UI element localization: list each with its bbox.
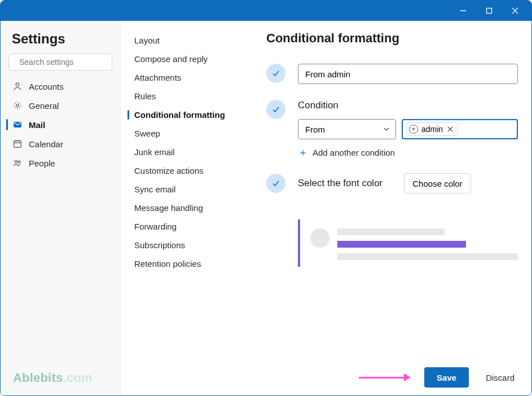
plus-icon: ＋	[298, 147, 308, 157]
person-chip[interactable]: + admin	[406, 122, 458, 136]
watermark: Ablebits.com	[13, 371, 93, 385]
step-complete-badge	[266, 174, 285, 193]
discard-button[interactable]: Discard	[482, 368, 518, 387]
step-complete-badge	[266, 64, 285, 83]
annotation-arrow	[359, 373, 411, 381]
nav-label: Accounts	[29, 82, 64, 91]
subnav-item-sync[interactable]: Sync email	[121, 180, 248, 199]
svg-point-14	[18, 161, 20, 163]
window-body: Settings Accounts General Mail	[1, 21, 531, 395]
condition-value-input[interactable]: + admin	[402, 119, 518, 139]
settings-heading: Settings	[1, 31, 120, 54]
message-preview	[298, 219, 518, 267]
people-icon	[12, 158, 23, 168]
dropdown-value: From	[305, 125, 325, 134]
person-icon	[12, 81, 23, 91]
subnav-item-retention[interactable]: Retention policies	[121, 254, 248, 273]
search-settings-field[interactable]	[19, 58, 118, 67]
subnav-item-subscriptions[interactable]: Subscriptions	[121, 236, 248, 254]
nav-item-calendar[interactable]: Calendar	[1, 135, 120, 153]
nav-item-mail[interactable]: Mail	[1, 116, 120, 134]
maximize-button[interactable]	[476, 1, 502, 21]
svg-point-13	[15, 160, 17, 163]
app-window: Settings Accounts General Mail	[0, 0, 532, 396]
subnav-item-junk[interactable]: Junk email	[121, 143, 248, 161]
add-condition-label: Add another condition	[313, 148, 395, 157]
gear-icon	[12, 100, 23, 111]
svg-rect-1	[487, 8, 492, 14]
avatar-placeholder	[310, 228, 329, 248]
maximize-icon	[486, 7, 493, 14]
rule-name-row	[266, 64, 518, 84]
subnav-item-message-handling[interactable]: Message handling	[121, 199, 248, 217]
check-icon	[271, 178, 281, 188]
subnav-item-attachments[interactable]: Attachments	[121, 68, 248, 87]
check-icon	[271, 104, 281, 115]
close-icon	[512, 7, 518, 14]
subnav-item-conditional-formatting[interactable]: Conditional formatting	[121, 105, 248, 124]
condition-row: Condition From + admin	[266, 100, 518, 157]
subnav-item-sweep[interactable]: Sweep	[121, 124, 248, 143]
chip-label: admin	[421, 125, 443, 134]
preview-lines	[337, 226, 518, 260]
subnav-item-customize-actions[interactable]: Customize actions	[121, 161, 248, 180]
step-complete-badge	[266, 100, 285, 119]
preview-line-highlight	[337, 241, 466, 248]
preview-line	[337, 228, 445, 235]
rule-name-input[interactable]	[298, 64, 518, 84]
subnav-item-forwarding[interactable]: Forwarding	[121, 217, 248, 236]
close-button[interactable]	[502, 1, 528, 21]
check-icon	[271, 68, 281, 78]
save-button[interactable]: Save	[424, 367, 469, 388]
nav-label: General	[29, 101, 59, 111]
font-color-row: Select the font color Choose color	[266, 173, 518, 193]
nav-item-people[interactable]: People	[1, 154, 120, 172]
chip-remove-icon[interactable]	[446, 126, 454, 133]
settings-sidebar: Settings Accounts General Mail	[1, 21, 121, 395]
svg-rect-9	[14, 141, 21, 148]
nav-item-general[interactable]: General	[1, 96, 120, 115]
choose-color-button[interactable]: Choose color	[404, 173, 471, 193]
nav-label: Calendar	[29, 139, 63, 149]
titlebar	[1, 1, 531, 21]
nav-label: People	[29, 159, 55, 168]
subnav-item-compose[interactable]: Compose and reply	[121, 50, 248, 68]
subnav-item-rules[interactable]: Rules	[121, 87, 248, 105]
content-pane: Conditional formatting Condition	[248, 21, 531, 395]
add-condition-link[interactable]: ＋ Add another condition	[298, 147, 518, 157]
chevron-down-icon	[383, 126, 390, 133]
settings-nav: Accounts General Mail Calendar People	[1, 77, 120, 172]
svg-point-6	[16, 83, 19, 86]
minimize-icon	[460, 7, 467, 14]
condition-heading: Condition	[298, 100, 518, 111]
minimize-button[interactable]	[450, 1, 476, 21]
font-color-heading: Select the font color	[298, 178, 382, 189]
subnav-item-layout[interactable]: Layout	[121, 31, 248, 50]
svg-point-7	[16, 104, 19, 107]
nav-item-accounts[interactable]: Accounts	[1, 77, 120, 95]
search-settings-input[interactable]	[8, 54, 112, 71]
page-title: Conditional formatting	[266, 31, 518, 46]
nav-label: Mail	[29, 120, 45, 130]
add-person-icon: +	[409, 125, 418, 134]
calendar-icon	[12, 139, 23, 149]
mail-icon	[12, 120, 23, 130]
mail-subnav: Layout Compose and reply Attachments Rul…	[121, 21, 248, 395]
preview-line	[337, 253, 518, 260]
condition-field-dropdown[interactable]: From	[298, 119, 396, 139]
footer-actions: Save Discard	[266, 362, 518, 388]
